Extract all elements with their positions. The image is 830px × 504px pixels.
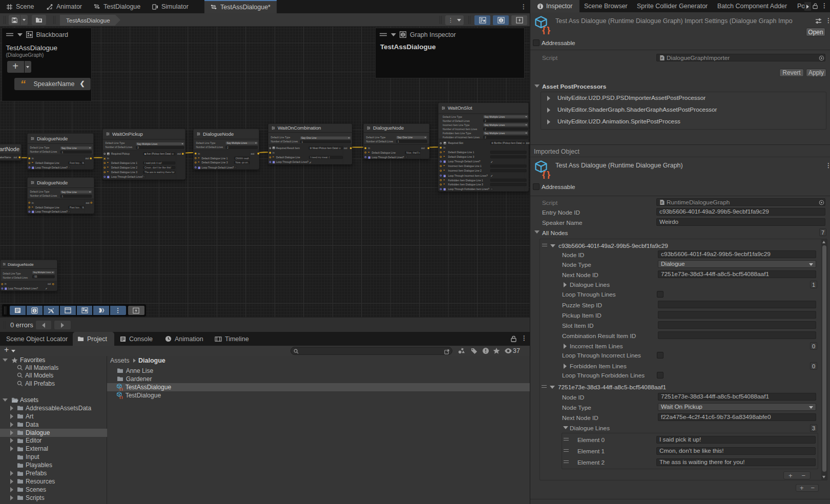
svg-text:{}: {} (119, 387, 123, 391)
svg-text:#: # (661, 56, 663, 60)
svg-text:#: # (661, 200, 663, 205)
svg-text:{}: {} (119, 395, 123, 399)
svg-text:{}: {} (542, 25, 551, 34)
svg-text:{}: {} (542, 170, 551, 179)
